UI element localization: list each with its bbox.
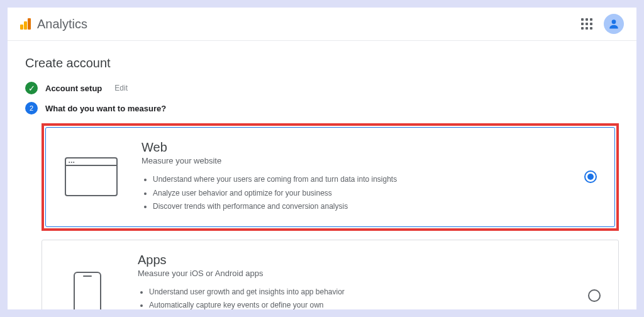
edit-link[interactable]: Edit — [114, 84, 128, 92]
person-icon — [608, 18, 620, 30]
options-container: ••• Web Measure your website Understand … — [25, 123, 619, 309]
browser-window-icon: ••• — [64, 156, 119, 197]
step-account-setup: ✓ Account setup Edit — [25, 82, 619, 94]
svg-point-0 — [612, 19, 616, 24]
step-number-icon: 2 — [25, 102, 38, 114]
option-bullets: Understand where your users are coming f… — [142, 173, 562, 214]
step-label: Account setup — [45, 84, 102, 93]
apps-grid-icon[interactable] — [581, 18, 592, 30]
step-label: What do you want to measure? — [45, 104, 166, 113]
header-left: Analytics — [20, 17, 87, 31]
main-content: Create account ✓ Account setup Edit 2 Wh… — [8, 41, 636, 309]
list-item: Understand where your users are coming f… — [153, 173, 562, 187]
option-body: Apps Measure your iOS or Android apps Un… — [138, 253, 565, 309]
step-measure: 2 What do you want to measure? — [25, 102, 619, 114]
header-right — [581, 14, 624, 34]
option-web[interactable]: ••• Web Measure your website Understand … — [45, 127, 615, 227]
option-title: Web — [142, 140, 562, 155]
option-apps[interactable]: Apps Measure your iOS or Android apps Un… — [42, 240, 619, 309]
option-title: Apps — [138, 253, 565, 267]
option-subtitle: Measure your website — [142, 156, 562, 165]
checkmark-icon: ✓ — [25, 82, 38, 94]
list-item: Analyze user behavior and optimize for y… — [153, 187, 562, 201]
list-item: Discover trends with performance and con… — [153, 200, 562, 214]
highlight-annotation: ••• Web Measure your website Understand … — [42, 123, 619, 231]
list-item: Automatically capture key events or defi… — [149, 299, 565, 309]
option-subtitle: Measure your iOS or Android apps — [138, 269, 565, 278]
list-item: Understand user growth and get insights … — [149, 286, 565, 299]
header-title: Analytics — [37, 17, 87, 31]
page-title: Create account — [25, 56, 619, 70]
phone-icon — [60, 275, 115, 309]
analytics-logo-icon — [20, 18, 31, 30]
radio-unselected-icon[interactable] — [588, 289, 601, 302]
avatar[interactable] — [604, 14, 624, 34]
option-bullets: Understand user growth and get insights … — [138, 286, 565, 309]
app-header: Analytics — [8, 8, 636, 41]
radio-selected-icon[interactable] — [584, 170, 597, 183]
option-body: Web Measure your website Understand wher… — [142, 140, 562, 214]
